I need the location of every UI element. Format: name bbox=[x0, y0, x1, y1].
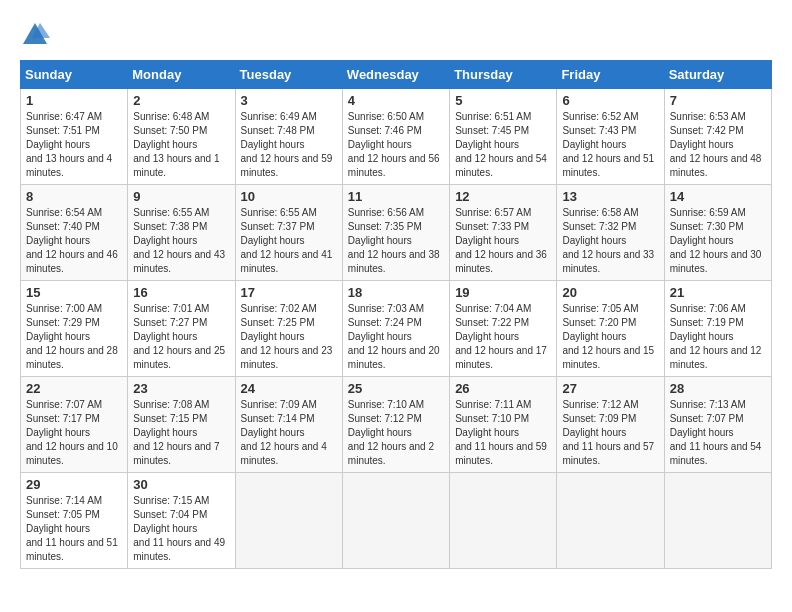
day-number: 4 bbox=[348, 93, 444, 108]
day-cell-3: 3 Sunrise: 6:49 AMSunset: 7:48 PMDayligh… bbox=[235, 89, 342, 185]
day-number: 26 bbox=[455, 381, 551, 396]
day-cell-13: 13 Sunrise: 6:58 AMSunset: 7:32 PMDaylig… bbox=[557, 185, 664, 281]
day-info: Sunrise: 7:08 AMSunset: 7:15 PMDaylight … bbox=[133, 399, 219, 466]
day-info: Sunrise: 6:57 AMSunset: 7:33 PMDaylight … bbox=[455, 207, 547, 274]
empty-cell bbox=[235, 473, 342, 569]
day-info: Sunrise: 7:13 AMSunset: 7:07 PMDaylight … bbox=[670, 399, 762, 466]
day-cell-23: 23 Sunrise: 7:08 AMSunset: 7:15 PMDaylig… bbox=[128, 377, 235, 473]
day-cell-10: 10 Sunrise: 6:55 AMSunset: 7:37 PMDaylig… bbox=[235, 185, 342, 281]
day-number: 19 bbox=[455, 285, 551, 300]
day-info: Sunrise: 7:00 AMSunset: 7:29 PMDaylight … bbox=[26, 303, 118, 370]
calendar-header-row: SundayMondayTuesdayWednesdayThursdayFrid… bbox=[21, 61, 772, 89]
day-info: Sunrise: 7:12 AMSunset: 7:09 PMDaylight … bbox=[562, 399, 654, 466]
day-info: Sunrise: 6:52 AMSunset: 7:43 PMDaylight … bbox=[562, 111, 654, 178]
day-info: Sunrise: 7:11 AMSunset: 7:10 PMDaylight … bbox=[455, 399, 547, 466]
day-number: 20 bbox=[562, 285, 658, 300]
day-cell-22: 22 Sunrise: 7:07 AMSunset: 7:17 PMDaylig… bbox=[21, 377, 128, 473]
day-number: 10 bbox=[241, 189, 337, 204]
header-thursday: Thursday bbox=[450, 61, 557, 89]
header-saturday: Saturday bbox=[664, 61, 771, 89]
header-tuesday: Tuesday bbox=[235, 61, 342, 89]
day-number: 13 bbox=[562, 189, 658, 204]
day-cell-27: 27 Sunrise: 7:12 AMSunset: 7:09 PMDaylig… bbox=[557, 377, 664, 473]
day-number: 3 bbox=[241, 93, 337, 108]
day-info: Sunrise: 6:59 AMSunset: 7:30 PMDaylight … bbox=[670, 207, 762, 274]
day-cell-30: 30 Sunrise: 7:15 AMSunset: 7:04 PMDaylig… bbox=[128, 473, 235, 569]
header-sunday: Sunday bbox=[21, 61, 128, 89]
day-number: 15 bbox=[26, 285, 122, 300]
day-info: Sunrise: 6:49 AMSunset: 7:48 PMDaylight … bbox=[241, 111, 333, 178]
day-cell-25: 25 Sunrise: 7:10 AMSunset: 7:12 PMDaylig… bbox=[342, 377, 449, 473]
day-number: 27 bbox=[562, 381, 658, 396]
calendar-week-3: 15 Sunrise: 7:00 AMSunset: 7:29 PMDaylig… bbox=[21, 281, 772, 377]
day-info: Sunrise: 7:06 AMSunset: 7:19 PMDaylight … bbox=[670, 303, 762, 370]
day-cell-8: 8 Sunrise: 6:54 AMSunset: 7:40 PMDayligh… bbox=[21, 185, 128, 281]
day-cell-20: 20 Sunrise: 7:05 AMSunset: 7:20 PMDaylig… bbox=[557, 281, 664, 377]
calendar-week-1: 1 Sunrise: 6:47 AMSunset: 7:51 PMDayligh… bbox=[21, 89, 772, 185]
day-number: 9 bbox=[133, 189, 229, 204]
day-number: 17 bbox=[241, 285, 337, 300]
day-cell-18: 18 Sunrise: 7:03 AMSunset: 7:24 PMDaylig… bbox=[342, 281, 449, 377]
day-number: 8 bbox=[26, 189, 122, 204]
day-number: 21 bbox=[670, 285, 766, 300]
day-number: 7 bbox=[670, 93, 766, 108]
day-number: 16 bbox=[133, 285, 229, 300]
day-number: 18 bbox=[348, 285, 444, 300]
empty-cell bbox=[342, 473, 449, 569]
day-info: Sunrise: 7:07 AMSunset: 7:17 PMDaylight … bbox=[26, 399, 118, 466]
empty-cell bbox=[450, 473, 557, 569]
day-number: 1 bbox=[26, 93, 122, 108]
day-cell-1: 1 Sunrise: 6:47 AMSunset: 7:51 PMDayligh… bbox=[21, 89, 128, 185]
header-wednesday: Wednesday bbox=[342, 61, 449, 89]
day-number: 5 bbox=[455, 93, 551, 108]
day-info: Sunrise: 7:05 AMSunset: 7:20 PMDaylight … bbox=[562, 303, 654, 370]
empty-cell bbox=[664, 473, 771, 569]
calendar-table: SundayMondayTuesdayWednesdayThursdayFrid… bbox=[20, 60, 772, 569]
day-number: 25 bbox=[348, 381, 444, 396]
day-cell-19: 19 Sunrise: 7:04 AMSunset: 7:22 PMDaylig… bbox=[450, 281, 557, 377]
day-cell-24: 24 Sunrise: 7:09 AMSunset: 7:14 PMDaylig… bbox=[235, 377, 342, 473]
page-header bbox=[20, 20, 772, 50]
day-cell-26: 26 Sunrise: 7:11 AMSunset: 7:10 PMDaylig… bbox=[450, 377, 557, 473]
day-number: 22 bbox=[26, 381, 122, 396]
calendar-week-5: 29 Sunrise: 7:14 AMSunset: 7:05 PMDaylig… bbox=[21, 473, 772, 569]
day-info: Sunrise: 7:15 AMSunset: 7:04 PMDaylight … bbox=[133, 495, 225, 562]
day-cell-4: 4 Sunrise: 6:50 AMSunset: 7:46 PMDayligh… bbox=[342, 89, 449, 185]
day-info: Sunrise: 6:55 AMSunset: 7:38 PMDaylight … bbox=[133, 207, 225, 274]
day-cell-7: 7 Sunrise: 6:53 AMSunset: 7:42 PMDayligh… bbox=[664, 89, 771, 185]
day-number: 24 bbox=[241, 381, 337, 396]
day-cell-9: 9 Sunrise: 6:55 AMSunset: 7:38 PMDayligh… bbox=[128, 185, 235, 281]
header-monday: Monday bbox=[128, 61, 235, 89]
day-number: 30 bbox=[133, 477, 229, 492]
header-friday: Friday bbox=[557, 61, 664, 89]
day-info: Sunrise: 7:10 AMSunset: 7:12 PMDaylight … bbox=[348, 399, 434, 466]
day-cell-11: 11 Sunrise: 6:56 AMSunset: 7:35 PMDaylig… bbox=[342, 185, 449, 281]
day-info: Sunrise: 6:51 AMSunset: 7:45 PMDaylight … bbox=[455, 111, 547, 178]
day-cell-29: 29 Sunrise: 7:14 AMSunset: 7:05 PMDaylig… bbox=[21, 473, 128, 569]
day-info: Sunrise: 7:09 AMSunset: 7:14 PMDaylight … bbox=[241, 399, 327, 466]
day-info: Sunrise: 6:48 AMSunset: 7:50 PMDaylight … bbox=[133, 111, 219, 178]
day-cell-2: 2 Sunrise: 6:48 AMSunset: 7:50 PMDayligh… bbox=[128, 89, 235, 185]
day-cell-12: 12 Sunrise: 6:57 AMSunset: 7:33 PMDaylig… bbox=[450, 185, 557, 281]
day-number: 29 bbox=[26, 477, 122, 492]
day-cell-21: 21 Sunrise: 7:06 AMSunset: 7:19 PMDaylig… bbox=[664, 281, 771, 377]
day-info: Sunrise: 7:02 AMSunset: 7:25 PMDaylight … bbox=[241, 303, 333, 370]
day-info: Sunrise: 6:53 AMSunset: 7:42 PMDaylight … bbox=[670, 111, 762, 178]
day-cell-28: 28 Sunrise: 7:13 AMSunset: 7:07 PMDaylig… bbox=[664, 377, 771, 473]
day-info: Sunrise: 6:55 AMSunset: 7:37 PMDaylight … bbox=[241, 207, 333, 274]
day-cell-5: 5 Sunrise: 6:51 AMSunset: 7:45 PMDayligh… bbox=[450, 89, 557, 185]
day-number: 23 bbox=[133, 381, 229, 396]
day-number: 28 bbox=[670, 381, 766, 396]
calendar-week-2: 8 Sunrise: 6:54 AMSunset: 7:40 PMDayligh… bbox=[21, 185, 772, 281]
day-info: Sunrise: 6:50 AMSunset: 7:46 PMDaylight … bbox=[348, 111, 440, 178]
day-number: 6 bbox=[562, 93, 658, 108]
day-cell-14: 14 Sunrise: 6:59 AMSunset: 7:30 PMDaylig… bbox=[664, 185, 771, 281]
logo bbox=[20, 20, 54, 50]
day-info: Sunrise: 7:04 AMSunset: 7:22 PMDaylight … bbox=[455, 303, 547, 370]
day-info: Sunrise: 6:58 AMSunset: 7:32 PMDaylight … bbox=[562, 207, 654, 274]
day-number: 12 bbox=[455, 189, 551, 204]
day-number: 2 bbox=[133, 93, 229, 108]
day-number: 11 bbox=[348, 189, 444, 204]
day-cell-15: 15 Sunrise: 7:00 AMSunset: 7:29 PMDaylig… bbox=[21, 281, 128, 377]
day-number: 14 bbox=[670, 189, 766, 204]
